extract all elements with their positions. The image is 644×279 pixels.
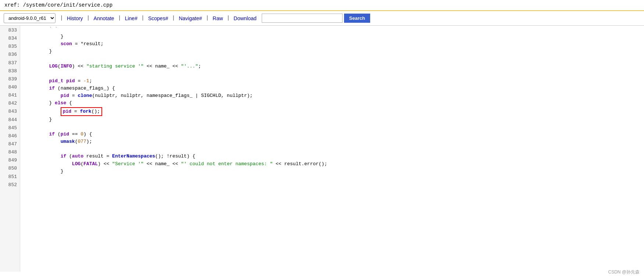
breadcrumb-bar: xref: /system/core/init/service.cpp [0, 0, 644, 11]
code-line-850: LOG(FATAL) << "Service '" << name_ << "'… [26, 160, 644, 168]
ln-851: 851 [0, 173, 20, 181]
code-line-838 [26, 70, 644, 77]
code-line-852 [26, 175, 644, 182]
sep3: | [118, 15, 121, 21]
sep7: | [227, 15, 230, 21]
ln-842: 842 [0, 99, 20, 108]
ln-849: 849 [0, 156, 20, 164]
ln-841: 841 [0, 91, 20, 99]
ln-846: 846 [0, 132, 20, 140]
code-line-851: } [26, 168, 644, 175]
search-button[interactable]: Search [344, 14, 370, 23]
line-link[interactable]: Line# [123, 14, 140, 23]
ln-839: 839 [0, 75, 20, 83]
ln-852: 852 [0, 181, 20, 189]
download-link[interactable]: Download [232, 14, 259, 23]
code-line-849: if (auto result = EnterNamespaces(); !re… [26, 153, 644, 160]
ln-836: 836 [0, 51, 20, 59]
code-line-834: scon = *result; [26, 40, 644, 48]
ln-844: 844 [0, 116, 20, 124]
code-line-837: LOG(INFO) << "starting service '" << nam… [26, 63, 644, 70]
ln-848: 848 [0, 148, 20, 156]
code-line-843: pid = fork(); [26, 107, 644, 116]
sep5: | [172, 15, 175, 21]
ln-838: 838 [0, 67, 20, 75]
annotate-link[interactable]: Annotate [92, 14, 117, 23]
code-line-835: } [26, 48, 644, 55]
line-numbers: 833 834 835 836 837 838 839 840 841 842 … [0, 26, 20, 272]
dots-row: ` ` [26, 26, 644, 33]
scopes-link[interactable]: Scopes# [146, 14, 170, 23]
breadcrumb-text: xref: /system/core/init/service.cpp [4, 2, 112, 8]
ln-835: 835 [0, 43, 20, 51]
navigate-link[interactable]: Navigate# [176, 14, 204, 23]
sep4: | [141, 15, 144, 21]
ln-837: 837 [0, 59, 20, 67]
code-line-844: } [26, 116, 644, 123]
search-input[interactable] [262, 14, 343, 23]
code-line-848 [26, 145, 644, 153]
ln-840: 840 [0, 83, 20, 91]
code-line-847: umask(077); [26, 138, 644, 145]
code-container: 833 834 835 836 837 838 839 840 841 842 … [0, 26, 644, 272]
code-line-836 [26, 55, 644, 63]
code-line-839: pid_t pid = -1; [26, 77, 644, 85]
history-link[interactable]: History [65, 14, 85, 23]
ln-843: 843 [0, 108, 20, 116]
sep6: | [206, 15, 209, 21]
sep2: | [87, 15, 90, 21]
toolbar: android-9.0.0_r61 | History | Annotate |… [0, 11, 644, 26]
ln-845: 845 [0, 124, 20, 132]
code-line-841: pid = clone(nullptr, nullptr, namespace_… [26, 92, 644, 99]
code-line-833: } [26, 33, 644, 40]
ln-847: 847 [0, 140, 20, 148]
code-line-840: if (namespace_flags_) { [26, 85, 644, 92]
ln-833: 833 [0, 26, 20, 35]
code-line-846: if (pid == 0) { [26, 131, 644, 138]
ln-850: 850 [0, 164, 20, 173]
sep1: | [60, 15, 63, 21]
version-select[interactable]: android-9.0.0_r61 [4, 13, 56, 23]
ln-834: 834 [0, 35, 20, 43]
code-line-842: } else { [26, 99, 644, 107]
code-content: ` ` } scon = *result; } LOG(INFO) << "st… [20, 26, 644, 272]
code-line-845 [26, 123, 644, 131]
raw-link[interactable]: Raw [211, 14, 225, 23]
